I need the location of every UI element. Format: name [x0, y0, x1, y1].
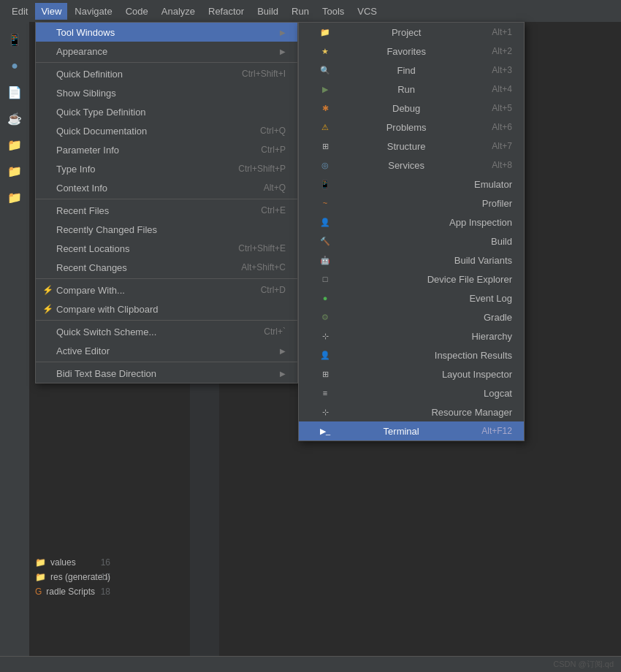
menu-item-recently-changed[interactable]: Recently Changed Files: [36, 220, 297, 239]
tw-project[interactable]: 📁 Project Alt+1: [299, 23, 524, 42]
build-icon: 🔨: [319, 235, 331, 247]
separator-2: [36, 199, 297, 199]
sidebar-app-icon[interactable]: ●: [3, 54, 26, 77]
tw-device-explorer[interactable]: □ Device File Explorer: [299, 270, 524, 289]
menu-code[interactable]: Code: [120, 3, 154, 20]
separator-1: [36, 62, 297, 63]
tw-debug[interactable]: ✱ Debug Alt+5: [299, 99, 524, 118]
tw-layout-inspector[interactable]: ⊞ Layout Inspector: [299, 364, 524, 383]
terminal-icon: ▶_: [319, 425, 331, 437]
menu-item-tool-windows[interactable]: Tool Windows ▶: [36, 23, 297, 42]
services-icon: ◎: [319, 159, 331, 171]
sidebar-android-icon[interactable]: 📱: [3, 28, 26, 51]
menu-bar: Edit View Navigate Code Analyze Refactor…: [0, 0, 621, 22]
tw-inspection-results[interactable]: 👤 Inspection Results: [299, 345, 524, 364]
menu-item-compare-clipboard[interactable]: ⚡ Compare with Clipboard: [36, 299, 297, 318]
separator-4: [36, 320, 297, 321]
tw-terminal[interactable]: ▶_ Terminal Alt+F12: [299, 421, 524, 440]
menu-item-compare-with[interactable]: ⚡ Compare With... Ctrl+D: [36, 280, 297, 299]
compare-icon: ⚡: [42, 284, 53, 296]
tw-build[interactable]: 🔨 Build: [299, 232, 524, 251]
tool-windows-submenu: 📁 Project Alt+1 ★ Favorites Alt+2 🔍 Find…: [298, 22, 525, 441]
watermark: CSDN @订阅.qd: [553, 659, 614, 670]
separator-3: [36, 278, 297, 279]
device-icon: □: [319, 273, 331, 285]
menu-item-appearance[interactable]: Appearance ▶: [36, 42, 297, 61]
hierarchy-icon: ⊹: [319, 330, 331, 342]
tw-profiler[interactable]: ~ Profiler: [299, 194, 524, 213]
sidebar-res-icon[interactable]: 📁: [3, 186, 26, 209]
menu-item-quick-doc[interactable]: Quick Documentation Ctrl+Q: [36, 121, 297, 140]
menu-item-quick-type[interactable]: Quick Type Definition: [36, 102, 297, 121]
menu-edit[interactable]: Edit: [6, 3, 34, 20]
menu-vcs[interactable]: VCS: [351, 3, 383, 20]
menu-item-show-siblings[interactable]: Show Siblings: [36, 83, 297, 102]
view-menu-dropdown: Tool Windows ▶ Appearance ▶ Quick Defini…: [35, 22, 298, 383]
tw-hierarchy[interactable]: ⊹ Hierarchy: [299, 327, 524, 345]
menu-build[interactable]: Build: [251, 3, 284, 20]
results-icon: 👤: [319, 349, 331, 361]
arrow-icon-appearance: ▶: [280, 47, 286, 56]
tw-gradle[interactable]: ⚙ Gradle: [299, 308, 524, 327]
tw-logcat[interactable]: ≡ Logcat: [299, 383, 524, 402]
tree-gradle-scripts[interactable]: G radle Scripts 18: [29, 584, 116, 599]
tree-values[interactable]: 📁 values 16: [29, 555, 116, 570]
variants-icon: 🤖: [319, 254, 331, 266]
bottom-bar: CSDN @订阅.qd: [0, 656, 621, 672]
tw-emulator[interactable]: 📱 Emulator: [299, 175, 524, 194]
tw-app-inspection[interactable]: 👤 App Inspection: [299, 213, 524, 232]
warning-icon: ⚠: [319, 121, 331, 133]
structure-icon: ⊞: [319, 140, 331, 152]
bug-icon: ✱: [319, 102, 331, 114]
star-icon: ★: [319, 45, 331, 57]
tw-run[interactable]: ▶ Run Alt+4: [299, 80, 524, 99]
tw-problems[interactable]: ⚠ Problems Alt+6: [299, 118, 524, 137]
menu-item-recent-changes[interactable]: Recent Changes Alt+Shift+C: [36, 258, 297, 277]
sidebar-manifest-icon[interactable]: 📄: [3, 80, 26, 104]
menu-item-context-info[interactable]: Context Info Alt+Q: [36, 178, 297, 197]
arrow-icon-bidi: ▶: [280, 370, 286, 378]
layout-icon: ⊞: [319, 368, 331, 380]
phone-icon: 📱: [319, 178, 331, 190]
logcat-icon: ≡: [319, 387, 331, 399]
sidebar-java2-icon[interactable]: 📁: [3, 133, 26, 156]
tw-favorites[interactable]: ★ Favorites Alt+2: [299, 42, 524, 61]
menu-item-quick-def[interactable]: Quick Definition Ctrl+Shift+I: [36, 64, 297, 83]
inspection-icon: 👤: [319, 216, 331, 228]
menu-analyze[interactable]: Analyze: [156, 3, 201, 20]
arrow-icon: ▶: [280, 28, 286, 37]
gradle-icon: ⚙: [319, 311, 331, 323]
eventlog-icon: ●: [319, 292, 331, 304]
arrow-icon-active-editor: ▶: [280, 347, 286, 355]
run-icon: ▶: [319, 83, 331, 95]
menu-item-quick-switch[interactable]: Quick Switch Scheme... Ctrl+`: [36, 322, 297, 341]
folder-icon: 📁: [319, 26, 331, 38]
sidebar-java3-icon[interactable]: 📁: [3, 159, 26, 183]
tw-resource-manager[interactable]: ⊹ Resource Manager: [299, 402, 524, 421]
menu-refactor[interactable]: Refactor: [202, 3, 250, 20]
left-sidebar: 📱 ● 📄 ☕ 📁 📁 📁: [0, 22, 29, 672]
tw-build-variants[interactable]: 🤖 Build Variants: [299, 251, 524, 270]
menu-navigate[interactable]: Navigate: [69, 3, 118, 20]
menu-run[interactable]: Run: [286, 3, 315, 20]
separator-5: [36, 362, 297, 362]
tw-event-log[interactable]: ● Event Log: [299, 289, 524, 308]
tw-structure[interactable]: ⊞ Structure Alt+7: [299, 137, 524, 156]
menu-item-active-editor[interactable]: Active Editor ▶: [36, 341, 297, 360]
profiler-icon: ~: [319, 197, 331, 209]
menu-tools[interactable]: Tools: [316, 3, 350, 20]
ide-background: Edit View Navigate Code Analyze Refactor…: [0, 0, 621, 672]
sidebar-java-icon[interactable]: ☕: [3, 107, 26, 130]
file-tree-bottom: 📁 values 16 📁 res (generated) 17 G radle…: [29, 555, 116, 599]
menu-item-recent-locations[interactable]: Recent Locations Ctrl+Shift+E: [36, 239, 297, 258]
menu-item-bidi-text[interactable]: Bidi Text Base Direction ▶: [36, 364, 297, 383]
tw-find[interactable]: 🔍 Find Alt+3: [299, 61, 524, 80]
tw-services[interactable]: ◎ Services Alt+8: [299, 156, 524, 175]
menu-view[interactable]: View: [35, 3, 67, 20]
menu-item-type-info[interactable]: Type Info Ctrl+Shift+P: [36, 159, 297, 178]
search-icon: 🔍: [319, 64, 331, 76]
tree-res-generated[interactable]: 📁 res (generated) 17: [29, 570, 116, 584]
compare2-icon: ⚡: [42, 303, 53, 315]
menu-item-recent-files[interactable]: Recent Files Ctrl+E: [36, 201, 297, 220]
menu-item-param-info[interactable]: Parameter Info Ctrl+P: [36, 140, 297, 159]
